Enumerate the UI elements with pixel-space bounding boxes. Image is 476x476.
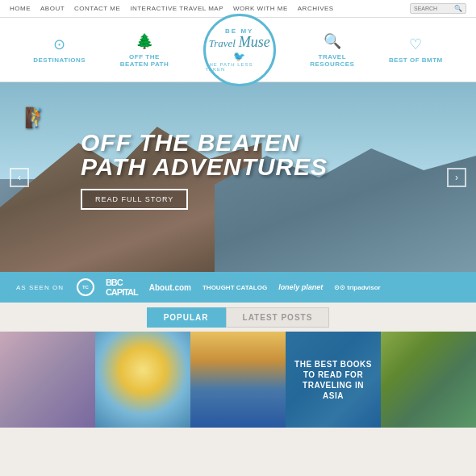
- hero-next-button[interactable]: ›: [447, 168, 466, 187]
- search-input[interactable]: [414, 6, 454, 11]
- thumb-4-overlay: THE BEST BOOKS TO READ FOR TRAVELING IN …: [286, 332, 381, 428]
- logo-circle: BE MY Travel Muse 🐦 THE PATH LESS TAKEN: [203, 14, 276, 86]
- nav-destinations[interactable]: ⊙ DESTINATIONS: [33, 35, 86, 64]
- tripadvisor-logo: ⊙⊙ tripadvisor: [334, 284, 381, 291]
- tc-logo: TC: [77, 278, 94, 296]
- destinations-label: DESTINATIONS: [33, 56, 86, 64]
- hero-title: OFF THE BEATEN PATH ADVENTURES: [81, 131, 328, 179]
- thought-catalog-logo: THOUGHT CATALOG: [203, 284, 267, 291]
- main-nav: ⊙ DESTINATIONS 🌲 OFF THE BEATEN PATH BE …: [0, 18, 476, 82]
- nav-about[interactable]: ABOUT: [40, 5, 65, 12]
- thumb-4[interactable]: THE BEST BOOKS TO READ FOR TRAVELING IN …: [286, 332, 381, 428]
- nav-archives[interactable]: ARCHIVES: [298, 5, 334, 12]
- tree-icon: 🌲: [136, 32, 153, 50]
- latest-posts-tab[interactable]: LATEST POSTS: [226, 307, 330, 328]
- hero-text-overlay: OFF THE BEATEN PATH ADVENTURES READ FULL…: [81, 131, 328, 210]
- best-of-bmtm-label: BEST OF BMTM: [389, 56, 443, 64]
- logo-main-text: Travel Muse: [209, 35, 270, 51]
- lonely-planet-logo: lonely planet: [278, 283, 323, 291]
- destinations-icon: ⊙: [53, 35, 65, 53]
- travel-resources-label: TRAVEL RESOURCES: [310, 53, 354, 68]
- thumb-2[interactable]: [95, 332, 190, 428]
- as-seen-on-bar: AS SEEN ON TC BBCCAPITAL About.com THOUG…: [0, 272, 476, 303]
- thumb-4-text: THE BEST BOOKS TO READ FOR TRAVELING IN …: [292, 359, 374, 401]
- hero-section: 🧗 OFF THE BEATEN PATH ADVENTURES READ FU…: [0, 82, 476, 272]
- search-icon[interactable]: 🔍: [454, 5, 462, 12]
- site-logo[interactable]: BE MY Travel Muse 🐦 THE PATH LESS TAKEN: [203, 14, 276, 86]
- bbc-capital-logo: BBCCAPITAL: [106, 278, 138, 297]
- content-tabs: POPULAR LATEST POSTS: [0, 303, 476, 332]
- about-com-logo: About.com: [149, 283, 191, 292]
- thumb-5[interactable]: [381, 332, 476, 428]
- popular-tab[interactable]: POPULAR: [147, 307, 226, 328]
- search-nav-icon: 🔍: [324, 32, 341, 50]
- hero-prev-button[interactable]: ‹: [10, 168, 29, 187]
- hero-person: 🧗: [24, 106, 48, 129]
- thumbnails-grid: THE BEST BOOKS TO READ FOR TRAVELING IN …: [0, 332, 476, 428]
- heart-icon: ♡: [409, 35, 422, 53]
- nav-best-of-bmtm[interactable]: ♡ BEST OF BMTM: [389, 35, 443, 64]
- nav-home[interactable]: HOME: [10, 5, 31, 12]
- search-box[interactable]: 🔍: [410, 3, 466, 14]
- logo-sub-text: THE PATH LESS TAKEN: [206, 62, 273, 72]
- nav-travel-map[interactable]: INTERACTIVE TRAVEL MAP: [130, 5, 223, 12]
- nav-travel-resources[interactable]: 🔍 TRAVEL RESOURCES: [310, 32, 354, 68]
- nav-work-with-me[interactable]: WORK WITH ME: [233, 5, 288, 12]
- top-nav-links: HOME ABOUT CONTACT ME INTERACTIVE TRAVEL…: [10, 5, 334, 12]
- nav-off-beaten[interactable]: 🌲 OFF THE BEATEN PATH: [120, 32, 169, 68]
- off-beaten-label: OFF THE BEATEN PATH: [120, 53, 169, 68]
- bird-icon: 🐦: [233, 51, 245, 62]
- thumb-3[interactable]: [190, 332, 286, 428]
- brand-logos: TC BBCCAPITAL About.com THOUGHT CATALOG …: [77, 278, 460, 297]
- thumb-1[interactable]: [0, 332, 95, 428]
- as-seen-on-label: AS SEEN ON: [16, 284, 64, 291]
- read-full-story-button[interactable]: READ FULL STORY: [81, 189, 188, 210]
- nav-contact[interactable]: CONTACT ME: [74, 5, 120, 12]
